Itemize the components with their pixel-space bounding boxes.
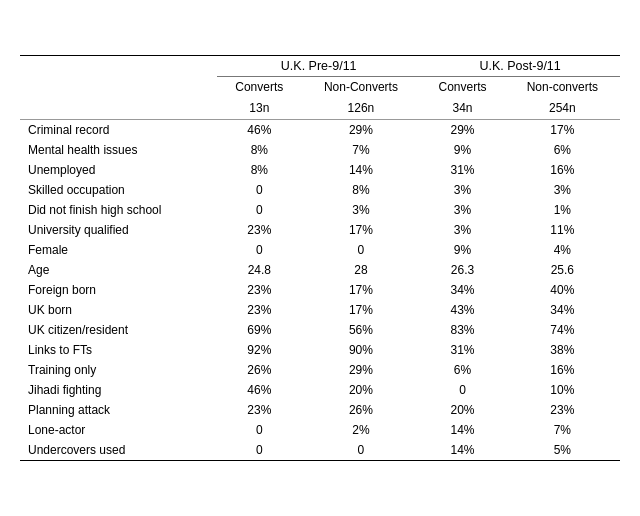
cell-v3: 14% xyxy=(420,440,504,461)
cell-v4: 40% xyxy=(505,280,620,300)
cell-v3: 31% xyxy=(420,340,504,360)
cell-v1: 23% xyxy=(217,300,301,320)
cell-v4: 23% xyxy=(505,400,620,420)
table-row: Skilled occupation08%3%3% xyxy=(20,180,620,200)
cell-v2: 7% xyxy=(302,140,421,160)
cell-v1: 23% xyxy=(217,400,301,420)
cell-v3: 29% xyxy=(420,120,504,141)
table-body: Criminal record46%29%29%17%Mental health… xyxy=(20,120,620,461)
cell-v3: 3% xyxy=(420,180,504,200)
cell-v1: 23% xyxy=(217,280,301,300)
row-label: Training only xyxy=(20,360,217,380)
count-1a: 13n xyxy=(217,97,301,120)
table-row: Unemployed8%14%31%16% xyxy=(20,160,620,180)
row-label: Jihadi fighting xyxy=(20,380,217,400)
row-label: Links to FTs xyxy=(20,340,217,360)
row-label: UK citizen/resident xyxy=(20,320,217,340)
row-label: Age xyxy=(20,260,217,280)
sub-header-row: Converts Non-Converts Converts Non-conve… xyxy=(20,77,620,98)
cell-v1: 8% xyxy=(217,160,301,180)
row-label: UK born xyxy=(20,300,217,320)
cell-v2: 29% xyxy=(302,120,421,141)
cell-v4: 3% xyxy=(505,180,620,200)
cell-v2: 0 xyxy=(302,440,421,461)
cell-v1: 0 xyxy=(217,440,301,461)
table-container: U.K. Pre-9/11 U.K. Post-9/11 Converts No… xyxy=(10,45,630,471)
empty-count xyxy=(20,97,217,120)
table-row: Training only26%29%6%16% xyxy=(20,360,620,380)
cell-v3: 3% xyxy=(420,220,504,240)
row-label: University qualified xyxy=(20,220,217,240)
count-1b: 126n xyxy=(302,97,421,120)
converts-pre-header: Converts xyxy=(217,77,301,98)
cell-v2: 2% xyxy=(302,420,421,440)
cell-v2: 17% xyxy=(302,220,421,240)
row-label: Planning attack xyxy=(20,400,217,420)
count-2b: 254n xyxy=(505,97,620,120)
table-row: University qualified23%17%3%11% xyxy=(20,220,620,240)
cell-v3: 14% xyxy=(420,420,504,440)
cell-v4: 38% xyxy=(505,340,620,360)
row-label: Female xyxy=(20,240,217,260)
cell-v1: 26% xyxy=(217,360,301,380)
row-label: Foreign born xyxy=(20,280,217,300)
non-converts-post-header: Non-converts xyxy=(505,77,620,98)
pre-911-header: U.K. Pre-9/11 xyxy=(217,56,420,77)
table-row: Links to FTs92%90%31%38% xyxy=(20,340,620,360)
cell-v1: 69% xyxy=(217,320,301,340)
table-row: Criminal record46%29%29%17% xyxy=(20,120,620,141)
cell-v1: 24.8 xyxy=(217,260,301,280)
count-row: 13n 126n 34n 254n xyxy=(20,97,620,120)
cell-v4: 25.6 xyxy=(505,260,620,280)
cell-v3: 83% xyxy=(420,320,504,340)
cell-v4: 4% xyxy=(505,240,620,260)
cell-v2: 29% xyxy=(302,360,421,380)
non-converts-pre-header: Non-Converts xyxy=(302,77,421,98)
cell-v3: 9% xyxy=(420,240,504,260)
table-row: Mental health issues8%7%9%6% xyxy=(20,140,620,160)
cell-v1: 46% xyxy=(217,380,301,400)
cell-v1: 46% xyxy=(217,120,301,141)
empty-subheader xyxy=(20,77,217,98)
cell-v4: 34% xyxy=(505,300,620,320)
post-911-header: U.K. Post-9/11 xyxy=(420,56,620,77)
cell-v3: 9% xyxy=(420,140,504,160)
cell-v3: 43% xyxy=(420,300,504,320)
table-row: Female009%4% xyxy=(20,240,620,260)
cell-v3: 6% xyxy=(420,360,504,380)
cell-v4: 10% xyxy=(505,380,620,400)
row-label: Undercovers used xyxy=(20,440,217,461)
cell-v1: 0 xyxy=(217,420,301,440)
cell-v4: 6% xyxy=(505,140,620,160)
cell-v4: 7% xyxy=(505,420,620,440)
row-label: Lone-actor xyxy=(20,420,217,440)
cell-v2: 14% xyxy=(302,160,421,180)
cell-v2: 17% xyxy=(302,300,421,320)
cell-v2: 17% xyxy=(302,280,421,300)
group-header-row: U.K. Pre-9/11 U.K. Post-9/11 xyxy=(20,56,620,77)
converts-post-header: Converts xyxy=(420,77,504,98)
table-row: UK citizen/resident69%56%83%74% xyxy=(20,320,620,340)
cell-v2: 8% xyxy=(302,180,421,200)
cell-v1: 8% xyxy=(217,140,301,160)
cell-v3: 31% xyxy=(420,160,504,180)
cell-v4: 74% xyxy=(505,320,620,340)
cell-v3: 3% xyxy=(420,200,504,220)
cell-v4: 1% xyxy=(505,200,620,220)
cell-v2: 90% xyxy=(302,340,421,360)
cell-v1: 0 xyxy=(217,200,301,220)
row-label: Skilled occupation xyxy=(20,180,217,200)
cell-v2: 26% xyxy=(302,400,421,420)
row-label: Unemployed xyxy=(20,160,217,180)
cell-v1: 92% xyxy=(217,340,301,360)
cell-v2: 3% xyxy=(302,200,421,220)
table-row: Jihadi fighting46%20%010% xyxy=(20,380,620,400)
row-label: Criminal record xyxy=(20,120,217,141)
cell-v3: 34% xyxy=(420,280,504,300)
table-row: Planning attack23%26%20%23% xyxy=(20,400,620,420)
table-row: Foreign born23%17%34%40% xyxy=(20,280,620,300)
empty-header xyxy=(20,56,217,77)
cell-v4: 16% xyxy=(505,160,620,180)
cell-v1: 0 xyxy=(217,240,301,260)
cell-v2: 0 xyxy=(302,240,421,260)
